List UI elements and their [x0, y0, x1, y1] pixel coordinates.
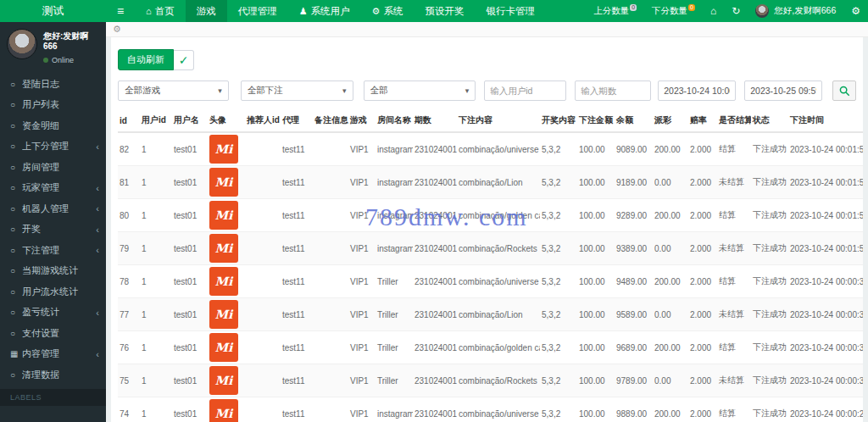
sidebar-item-payment-settings[interactable]: ○支付设置 [0, 323, 106, 344]
circle-icon: ○ [10, 370, 22, 380]
table-cell [245, 331, 281, 364]
settings-gear-icon[interactable]: ⚙ [843, 0, 868, 22]
sidebar-item-user-list[interactable]: ○用户列表 [0, 95, 106, 116]
table-cell: combinação/golden car [457, 199, 540, 232]
nav-item-system-users[interactable]: ♟系统用户 [288, 0, 361, 22]
table-cell: 231024001 [413, 265, 457, 298]
column-header: 期数 [413, 111, 457, 132]
sidebar-item-user-flow-stats[interactable]: ○用户流水统计 [0, 281, 106, 303]
table-cell [245, 298, 281, 331]
table-cell: 200.00 [653, 331, 688, 364]
sidebar-item-draw[interactable]: ○开奖‹ [0, 219, 106, 241]
sidebar-item-player-management[interactable]: ○玩家管理‹ [0, 178, 106, 199]
sidebar-item-bet-management[interactable]: ○下注管理‹ [0, 240, 106, 261]
avatar-cell: Mi [208, 132, 245, 166]
sidebar-item-profit-loss-stats[interactable]: ○盈亏统计‹ [0, 303, 106, 324]
sidebar-item-content-management[interactable]: ▦内容管理‹ [0, 344, 106, 365]
table-cell: 2.000 [688, 132, 717, 166]
table-cell: Triller [376, 364, 413, 397]
table-cell: 下注成功 [751, 298, 788, 331]
brand-title[interactable]: 测试 [0, 0, 106, 22]
table-cell: 0.00 [653, 364, 688, 397]
chevron-down-icon: ▾ [465, 86, 470, 95]
table-cell: 81 [118, 166, 140, 199]
table-cell: 100.00 [577, 265, 615, 298]
search-button[interactable] [832, 81, 856, 101]
table-cell: 78 [118, 265, 140, 298]
hamburger-icon[interactable]: ≡ [106, 0, 135, 22]
table-cell: 下注成功 [751, 166, 788, 199]
table-cell: 100.00 [577, 298, 615, 331]
filter-row: 全部游戏▾ 全部下注▾ 全部▾ [118, 81, 856, 101]
column-header: 房间名称 [376, 111, 413, 132]
table-cell: 5,3,2 [540, 132, 577, 166]
table-cell: 74 [118, 397, 140, 422]
table-cell [245, 397, 281, 422]
game-select[interactable]: 全部游戏▾ [118, 81, 229, 101]
refresh-row: 自动刷新 ✓ [118, 49, 856, 70]
breadcrumb-bar: ⚙ [106, 22, 868, 37]
navbar-user-menu[interactable]: 您好,发财啊666 [748, 0, 843, 22]
user-id-input[interactable] [484, 81, 566, 101]
nav-item-system[interactable]: ⚙系统 [361, 0, 415, 22]
nav-item-preset-draw[interactable]: 预设开奖 [414, 0, 475, 22]
table-cell: combinação/Rockets [457, 232, 540, 265]
table-cell: 1 [140, 199, 172, 232]
sidebar-item-label: 下注管理 [22, 244, 96, 257]
up-points-badge: 0 [630, 4, 637, 11]
table-cell: VIP1 [348, 232, 376, 265]
sidebar-item-room-management[interactable]: ○房间管理 [0, 157, 106, 178]
column-header: 代理 [281, 111, 313, 132]
navbar-greeting: 您好,发财啊666 [774, 5, 836, 17]
sidebar-item-label: 玩家管理 [22, 181, 96, 194]
table-cell: test11 [281, 265, 313, 298]
gear-icon[interactable]: ⚙ [113, 24, 121, 35]
main-area: ≡ ⌂首页游戏代理管理♟系统用户⚙系统预设开奖银行卡管理 上分数量 0 下分数量… [106, 0, 868, 422]
sidebar-item-label: 用户列表 [22, 98, 99, 111]
nav-menu: ⌂首页游戏代理管理♟系统用户⚙系统预设开奖银行卡管理 [135, 0, 546, 22]
table-cell: 2.000 [688, 265, 717, 298]
table-cell: 下注成功 [751, 232, 788, 265]
sidebar-item-login-log[interactable]: ○登陆日志 [0, 74, 106, 95]
sidebar-item-clean-data[interactable]: ○清理数据 [0, 364, 106, 386]
auto-refresh-button[interactable]: 自动刷新 [118, 49, 174, 70]
nav-item-label: 首页 [155, 5, 175, 18]
sidebar-item-points-management[interactable]: ○上下分管理‹ [0, 136, 106, 158]
table-cell: instagram [376, 132, 413, 166]
table-cell: 2.000 [688, 298, 717, 331]
status-select[interactable]: 全部▾ [364, 81, 476, 101]
sidebar-item-current-game-stats[interactable]: ○当期游戏统计 [0, 261, 106, 282]
user-avatar: Mi [209, 201, 238, 230]
table-cell: 2.000 [688, 199, 717, 232]
nav-item-games[interactable]: 游戏 [186, 0, 227, 22]
up-points-counter[interactable]: 上分数量 0 [586, 0, 644, 22]
auto-refresh-checkbox[interactable]: ✓ [174, 50, 194, 70]
sidebar-item-robot-management[interactable]: ○机器人管理‹ [0, 198, 106, 219]
table-cell: 未结算 [717, 298, 751, 331]
user-avatar: Mi [209, 234, 238, 263]
table-cell: 100.00 [577, 331, 615, 364]
nav-item-agent-management[interactable]: 代理管理 [227, 0, 288, 22]
start-time-input[interactable] [658, 81, 736, 101]
nav-item-bank-card-management[interactable]: 银行卡管理 [475, 0, 546, 22]
table-cell: test01 [172, 166, 208, 199]
sidebar-item-fund-details[interactable]: ○资金明细 [0, 115, 106, 136]
down-points-counter[interactable]: 下分数量 0 [644, 0, 703, 22]
table-cell: combinação/Lion [457, 298, 540, 331]
column-header: 余额 [615, 111, 653, 132]
table-cell: VIP1 [348, 331, 376, 364]
table-cell: 5,3,2 [540, 298, 577, 331]
nav-item-home[interactable]: ⌂首页 [135, 0, 186, 22]
bet-type-select[interactable]: 全部下注▾ [241, 81, 353, 101]
table-cell: 200.00 [653, 132, 688, 166]
table-cell: 2.000 [688, 331, 717, 364]
table-cell: test01 [172, 397, 208, 422]
table-cell: test11 [281, 331, 313, 364]
table-row: 821test01Mitest11VIP1instagram231024001c… [118, 132, 863, 166]
home-icon[interactable]: ⌂ [703, 0, 724, 22]
end-time-input[interactable] [744, 81, 822, 101]
refresh-icon[interactable]: ↻ [724, 0, 748, 22]
table-cell: 231024001 [413, 166, 457, 199]
period-input[interactable] [575, 81, 651, 101]
avatar-cell: Mi [208, 232, 245, 265]
